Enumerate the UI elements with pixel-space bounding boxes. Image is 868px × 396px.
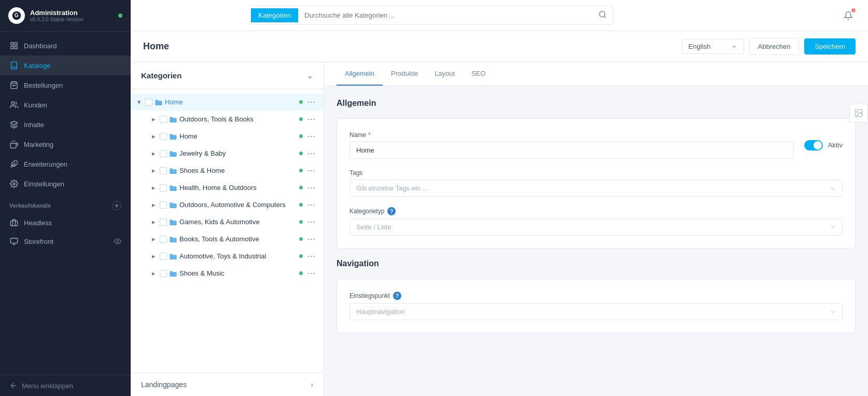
name-input[interactable] — [349, 142, 794, 159]
cancel-button[interactable]: Abbrechen — [749, 38, 800, 55]
search-category-tag[interactable]: Kategorien — [251, 8, 298, 22]
add-sales-channel-button[interactable]: + — [112, 201, 121, 210]
tab-produkte[interactable]: Produkte — [383, 62, 426, 86]
tree-checkbox[interactable] — [160, 270, 167, 277]
tree-toggle[interactable]: ▸ — [149, 269, 158, 278]
tags-select[interactable]: Gib einzelne Tags ein ... — [349, 180, 843, 197]
notification-button[interactable] — [839, 6, 858, 25]
status-dot — [299, 237, 303, 241]
sidebar-item-kataloge[interactable]: Kataloge — [0, 56, 131, 75]
section-navigation-title: Navigation — [337, 259, 856, 268]
tree-toggle[interactable]: ▸ — [149, 201, 158, 209]
tree-toggle[interactable]: ▾ — [135, 98, 143, 106]
tree-checkbox[interactable] — [160, 150, 167, 157]
tree-toggle[interactable]: ▸ — [149, 252, 158, 261]
more-menu-button[interactable]: ⋯ — [305, 97, 317, 107]
app-name: Administration — [30, 9, 83, 17]
more-menu-button[interactable]: ⋯ — [305, 268, 317, 278]
sidebar-item-einstellungen[interactable]: Einstellungen — [0, 174, 131, 194]
tree-checkbox[interactable] — [160, 133, 167, 140]
einstiegspunkt-info-icon[interactable]: ? — [393, 292, 401, 300]
kategorietyp-row: Kategorietyp ? Seite / Liste — [349, 207, 843, 236]
sidebar-item-dashboard[interactable]: Dashboard — [0, 36, 131, 56]
tree-item-automotive-toys[interactable]: ▸ Automotive, Toys & Industrial ⋯ — [131, 248, 324, 265]
sidebar-item-kunden[interactable]: Kunden — [0, 95, 131, 115]
tree-checkbox[interactable] — [160, 236, 167, 243]
tree-item-health-home[interactable]: ▸ Health, Home & Outdoors ⋯ — [131, 179, 324, 196]
tree-checkbox[interactable] — [160, 253, 167, 260]
svg-rect-16 — [10, 238, 17, 243]
tree-checkbox[interactable] — [160, 184, 167, 192]
sidebar-item-label: Marketing — [24, 141, 53, 148]
language-selector[interactable]: English — [682, 39, 744, 54]
sidebar: G Administration v6.4.3.0 Stable Version… — [0, 0, 131, 396]
tree-item-jewelry-baby[interactable]: ▸ Jewelry & Baby ⋯ — [131, 145, 324, 162]
svg-point-7 — [11, 102, 14, 104]
required-indicator: * — [368, 131, 371, 139]
search-input[interactable] — [298, 7, 592, 23]
tree-checkbox[interactable] — [160, 116, 167, 123]
kategorietyp-info-icon[interactable]: ? — [387, 207, 396, 215]
tree-toggle[interactable]: ▸ — [149, 149, 158, 158]
status-dot — [299, 254, 303, 258]
main-content: Kategorien Home English Abbrechen Speich… — [131, 0, 868, 396]
more-menu-button[interactable]: ⋯ — [305, 200, 317, 210]
more-menu-button[interactable]: ⋯ — [305, 131, 317, 141]
tree-item-games-kids[interactable]: ▸ Games, Kids & Automotive ⋯ — [131, 213, 324, 230]
tab-allgemein[interactable]: Allgemein — [337, 62, 383, 86]
image-placeholder[interactable] — [849, 104, 868, 122]
tree-toggle[interactable]: ▸ — [149, 218, 158, 226]
kategorietyp-select[interactable]: Seite / Liste — [349, 219, 843, 236]
status-dot — [299, 220, 303, 224]
tree-toggle[interactable]: ▸ — [149, 235, 158, 243]
tree-toggle[interactable]: ▸ — [149, 115, 158, 124]
save-button[interactable]: Speichern — [804, 38, 856, 54]
sidebar-item-erweiterungen[interactable]: Erweiterungen — [0, 154, 131, 174]
tree-checkbox[interactable] — [160, 219, 167, 226]
more-menu-button[interactable]: ⋯ — [305, 183, 317, 193]
more-menu-button[interactable]: ⋯ — [305, 234, 317, 244]
svg-point-23 — [857, 111, 858, 112]
more-menu-button[interactable]: ⋯ — [305, 166, 317, 175]
sidebar-item-bestellungen[interactable]: Bestellungen — [0, 75, 131, 95]
tree-item-outdoors-tools[interactable]: ▸ Outdoors, Tools & Books ⋯ — [131, 111, 324, 128]
tree-checkbox[interactable] — [145, 99, 152, 106]
tree-toggle[interactable]: ▸ — [149, 167, 158, 175]
tree-item-home-sub[interactable]: ▸ Home ⋯ — [131, 128, 324, 145]
collapse-menu-button[interactable]: Menü einklappen — [0, 375, 131, 396]
panel-collapse-button[interactable]: ⌄ — [306, 71, 313, 80]
tree-item-books-tools[interactable]: ▸ Books, Tools & Automotive ⋯ — [131, 230, 324, 248]
tree-item-home-root[interactable]: ▾ Home ⋯ — [131, 93, 324, 111]
more-menu-button[interactable]: ⋯ — [305, 251, 317, 261]
tree-item-outdoors-auto[interactable]: ▸ Outdoors, Automotive & Computers ⋯ — [131, 196, 324, 213]
search-icon-button[interactable] — [592, 6, 613, 24]
tree-toggle[interactable]: ▸ — [149, 132, 158, 141]
svg-point-19 — [117, 240, 119, 242]
tree-toggle[interactable]: ▸ — [149, 184, 158, 192]
detail-panel: Allgemein Produkte Layout SEO Allgemein … — [324, 62, 868, 396]
more-menu-button[interactable]: ⋯ — [305, 217, 317, 227]
sidebar-item-label: Dashboard — [24, 42, 57, 50]
hauptnavigation-select[interactable]: Hauptnavigation — [349, 303, 843, 320]
more-menu-button[interactable]: ⋯ — [305, 148, 317, 158]
tab-layout[interactable]: Layout — [426, 62, 463, 86]
sidebar-item-marketing[interactable]: Marketing — [0, 134, 131, 154]
status-dot — [299, 152, 303, 155]
allgemein-form-card: Name * Aktiv — [337, 118, 856, 249]
tree-label: Health, Home & Outdoors — [179, 184, 297, 192]
tree-item-shoes-home[interactable]: ▸ Shoes & Home ⋯ — [131, 162, 324, 179]
sidebar-item-inhalte[interactable]: Inhalte — [0, 115, 131, 134]
tab-seo[interactable]: SEO — [463, 62, 494, 86]
landingpages-section[interactable]: Landingpages › — [131, 373, 324, 396]
more-menu-button[interactable]: ⋯ — [305, 114, 317, 124]
tree-item-shoes-music[interactable]: ▸ Shoes & Music ⋯ — [131, 265, 324, 282]
layers-icon — [9, 120, 19, 129]
sidebar-item-headless[interactable]: Headless — [0, 213, 131, 232]
sidebar-item-label: Einstellungen — [24, 180, 64, 188]
aktiv-toggle[interactable] — [804, 140, 823, 151]
tree-checkbox[interactable] — [160, 201, 167, 209]
tree-checkbox[interactable] — [160, 167, 167, 174]
megaphone-icon — [9, 140, 19, 149]
svg-marker-8 — [10, 121, 17, 125]
sidebar-item-storefront[interactable]: Storefront — [0, 232, 131, 251]
